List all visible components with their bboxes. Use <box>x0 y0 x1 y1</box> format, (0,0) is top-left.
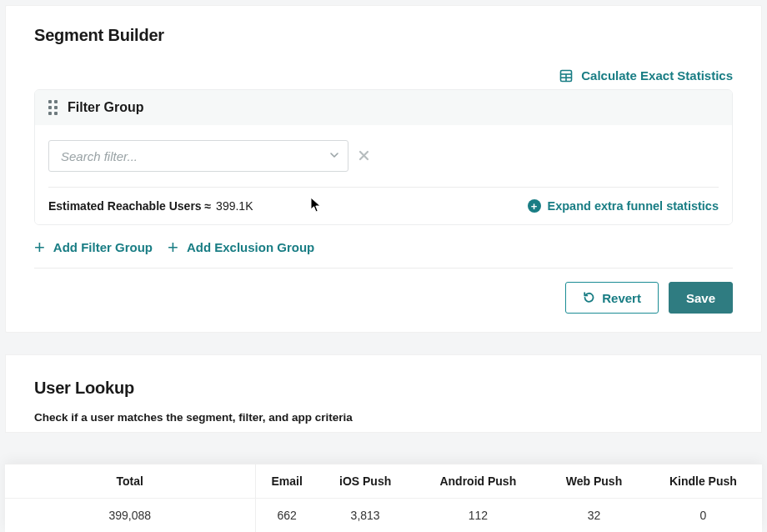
plus-icon: + <box>168 241 178 253</box>
filter-group-header: Filter Group <box>35 90 732 125</box>
user-lookup-card: User Lookup Check if a user matches the … <box>5 354 762 433</box>
col-total: Total <box>5 464 255 499</box>
revert-button[interactable]: Revert <box>565 282 659 314</box>
filter-group-body: Search filter... Estimated Reachable Use… <box>35 125 732 224</box>
add-exclusion-group-button[interactable]: + Add Exclusion Group <box>168 240 314 254</box>
val-web-push: 32 <box>544 499 644 533</box>
col-android-push: Android Push <box>413 464 544 499</box>
val-kindle-push: 0 <box>644 499 762 533</box>
calculate-stats-button[interactable]: Calculate Exact Statistics <box>559 68 733 83</box>
page-title: Segment Builder <box>34 26 733 45</box>
remove-filter-button[interactable] <box>358 148 369 163</box>
add-filter-group-button[interactable]: + Add Filter Group <box>34 240 153 254</box>
table-row: 399,088 662 3,813 112 32 0 <box>5 499 762 533</box>
undo-icon <box>583 290 595 305</box>
estimated-reach-label: Estimated Reachable Users ≈ <box>48 199 211 213</box>
filter-row: Search filter... <box>48 140 719 188</box>
estimated-reach: Estimated Reachable Users ≈ 399.1K <box>48 199 253 213</box>
calculate-stats-label: Calculate Exact Statistics <box>581 68 733 83</box>
filter-group: Filter Group Search filter... Estimated … <box>34 89 733 225</box>
col-kindle-push: Kindle Push <box>644 464 762 499</box>
action-row: Revert Save <box>34 282 733 314</box>
expand-funnel-label: Expand extra funnel statistics <box>548 199 719 213</box>
calc-row: Calculate Exact Statistics <box>34 68 733 83</box>
plus-icon: + <box>34 241 45 253</box>
expand-funnel-button[interactable]: + Expand extra funnel statistics <box>528 199 719 213</box>
val-android-push: 112 <box>413 499 544 533</box>
col-email: Email <box>255 464 318 499</box>
estimated-reach-value: 399.1K <box>216 199 253 213</box>
add-row: + Add Filter Group + Add Exclusion Group <box>34 240 733 269</box>
save-label: Save <box>686 291 715 305</box>
val-ios-push: 3,813 <box>318 499 413 533</box>
search-filter-select[interactable]: Search filter... <box>48 140 348 172</box>
segment-builder-card: Segment Builder Calculate Exact Statisti… <box>5 5 762 333</box>
col-web-push: Web Push <box>544 464 644 499</box>
add-exclusion-group-label: Add Exclusion Group <box>187 240 314 254</box>
filter-group-footer: Estimated Reachable Users ≈ 399.1K + Exp… <box>48 188 719 213</box>
save-button[interactable]: Save <box>669 282 733 314</box>
plus-circle-icon: + <box>528 199 541 213</box>
table-header-row: Total Email iOS Push Android Push Web Pu… <box>5 464 762 499</box>
revert-label: Revert <box>602 291 641 305</box>
add-filter-group-label: Add Filter Group <box>53 240 153 254</box>
drag-handle-icon[interactable] <box>48 100 58 115</box>
calculator-icon <box>559 69 573 83</box>
channel-stats-table: Total Email iOS Push Android Push Web Pu… <box>5 464 762 532</box>
user-lookup-subtitle: Check if a user matches the segment, fil… <box>34 411 733 424</box>
user-lookup-title: User Lookup <box>34 379 733 398</box>
val-total: 399,088 <box>5 499 255 533</box>
channel-stats-strip: Total Email iOS Push Android Push Web Pu… <box>5 464 762 532</box>
col-ios-push: iOS Push <box>318 464 413 499</box>
val-email: 662 <box>255 499 318 533</box>
search-filter-placeholder: Search filter... <box>61 149 138 163</box>
filter-group-title: Filter Group <box>68 100 144 115</box>
chevron-down-icon <box>329 148 339 163</box>
